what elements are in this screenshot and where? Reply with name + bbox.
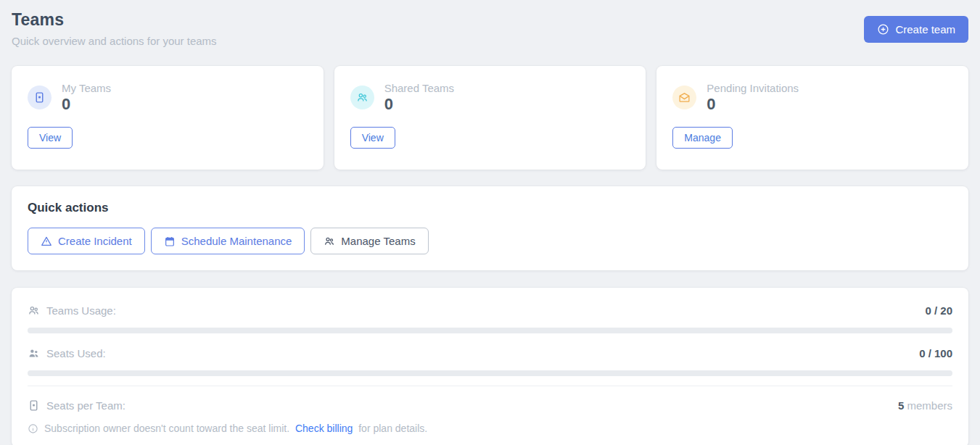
- note-text-after: for plan details.: [358, 423, 427, 434]
- stat-card-header: My Teams 0: [28, 82, 308, 112]
- note-text-before: Subscription owner doesn't count toward …: [44, 423, 289, 434]
- stat-card-label: Pending Invitations: [707, 82, 799, 94]
- check-billing-link[interactable]: Check billing: [295, 423, 353, 434]
- page-subtitle: Quick overview and actions for your team…: [12, 35, 217, 47]
- seats-per-team-value: 5 members: [898, 399, 952, 412]
- stat-card-label: My Teams: [62, 82, 111, 94]
- stat-card-pending-invitations: Pending Invitations 0 Manage: [656, 66, 968, 170]
- id-badge-icon: [28, 399, 40, 412]
- stat-card-header: Pending Invitations 0: [672, 82, 952, 112]
- view-shared-teams-button[interactable]: View: [350, 127, 395, 149]
- id-badge-icon: [28, 86, 52, 109]
- stat-cards-row: My Teams 0 View Shared Teams 0 View: [12, 66, 968, 170]
- users-icon: [350, 86, 374, 109]
- stat-card-my-teams: My Teams 0 View: [12, 66, 324, 170]
- seats-per-team-suffix: members: [904, 399, 952, 412]
- seats-used-value: 0 / 100: [919, 347, 952, 359]
- page-title: Teams: [12, 10, 217, 30]
- view-my-teams-button[interactable]: View: [28, 127, 73, 149]
- seats-used-row: Seats Used: 0 / 100: [28, 343, 952, 364]
- create-team-label: Create team: [895, 23, 955, 36]
- usage-divider: [28, 386, 952, 386]
- warning-triangle-icon: [41, 236, 52, 247]
- stat-card-label: Shared Teams: [384, 82, 454, 94]
- stat-card-shared-teams: Shared Teams 0 View: [334, 66, 646, 170]
- seats-used-labelgroup: Seats Used:: [28, 347, 106, 359]
- teams-usage-progressbar: [28, 328, 952, 333]
- seats-per-team-label: Seats per Team:: [46, 399, 125, 412]
- quick-actions-heading: Quick actions: [28, 201, 952, 215]
- calendar-icon: [164, 236, 176, 247]
- stat-card-texts: My Teams 0: [62, 82, 111, 112]
- users-outline-icon: [28, 304, 40, 317]
- users-filled-icon: [28, 347, 40, 359]
- stat-card-value: 0: [707, 96, 799, 112]
- page-header-text: Teams Quick overview and actions for you…: [12, 10, 217, 47]
- manage-teams-label: Manage Teams: [341, 235, 415, 247]
- create-team-button[interactable]: Create team: [864, 16, 968, 43]
- usage-panel: Teams Usage: 0 / 20 Seats Used: 0 / 100: [12, 288, 968, 445]
- seats-used-label: Seats Used:: [46, 347, 106, 359]
- create-incident-button[interactable]: Create Incident: [28, 228, 145, 254]
- quick-actions-panel: Quick actions Create Incident Schedule M…: [12, 186, 968, 270]
- manage-teams-button[interactable]: Manage Teams: [310, 228, 428, 254]
- teams-usage-value: 0 / 20: [925, 304, 952, 317]
- page-header: Teams Quick overview and actions for you…: [12, 10, 968, 47]
- seats-per-team-labelgroup: Seats per Team:: [28, 399, 125, 412]
- teams-usage-label: Teams Usage:: [46, 304, 116, 317]
- quick-actions-buttons: Create Incident Schedule Maintenance Man…: [28, 228, 952, 254]
- users-icon: [324, 236, 335, 247]
- stat-card-value: 0: [384, 96, 454, 112]
- stat-card-value: 0: [62, 96, 111, 112]
- schedule-maintenance-label: Schedule Maintenance: [181, 235, 292, 247]
- plus-circle-icon: [877, 23, 889, 36]
- seats-used-progressbar: [28, 370, 952, 376]
- seat-limit-note: Subscription owner doesn't count toward …: [28, 423, 952, 434]
- manage-invitations-button[interactable]: Manage: [672, 127, 733, 149]
- stat-card-texts: Shared Teams 0: [384, 82, 454, 112]
- stat-card-header: Shared Teams 0: [350, 82, 630, 112]
- info-icon: [28, 423, 38, 434]
- schedule-maintenance-button[interactable]: Schedule Maintenance: [151, 228, 305, 254]
- envelope-icon: [672, 86, 696, 109]
- stat-card-texts: Pending Invitations 0: [707, 82, 799, 112]
- teams-usage-labelgroup: Teams Usage:: [28, 304, 116, 317]
- teams-page: Teams Quick overview and actions for you…: [0, 0, 980, 445]
- teams-usage-row: Teams Usage: 0 / 20: [28, 300, 952, 321]
- seats-per-team-row: Seats per Team: 5 members: [28, 395, 952, 416]
- create-incident-label: Create Incident: [58, 235, 132, 247]
- note-text: Subscription owner doesn't count toward …: [44, 423, 427, 434]
